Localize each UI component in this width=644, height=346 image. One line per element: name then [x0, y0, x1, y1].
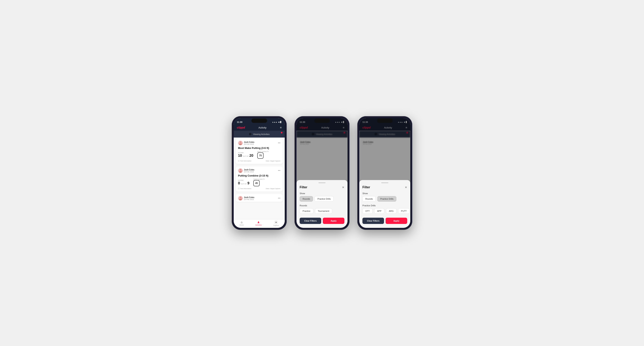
phones-container: 11:33 ▲▲▲ ◀ ▊ clippd Activity ≡ ⚙ Viewin…: [232, 116, 412, 230]
filter-title-2: Filter: [300, 185, 307, 189]
tab-capture-label: Capture: [273, 224, 279, 226]
user-name-2: Josh Coles: [244, 169, 254, 171]
show-label-3: Show: [362, 192, 407, 194]
card-user-3: Josh Coles 28 Feb 2023: [238, 196, 254, 201]
activities-icon: ♟: [257, 221, 260, 224]
settings-icon-1: ⚙: [249, 132, 252, 136]
menu-icon-1[interactable]: ≡: [280, 126, 282, 129]
clear-filters-btn-2[interactable]: Clear Filters: [300, 218, 321, 224]
user-date-1: 28 Feb 2023: [244, 143, 254, 145]
filter-title-3: Filter: [362, 185, 370, 189]
filter-actions-2: Clear Filters Apply: [300, 218, 344, 224]
avatar-2: [238, 168, 243, 173]
card-stats-2: Score 0 OUT OF 9 Shot Quality 45: [238, 178, 280, 186]
svg-point-1: [239, 144, 242, 145]
drills-label-3: Practice Drills: [362, 204, 407, 207]
sq-badge-2: 45: [253, 180, 260, 186]
tab-activities-label: Activities: [256, 224, 262, 226]
score-value-1: 10: [238, 154, 242, 158]
filter-handle-2: [318, 182, 326, 183]
show-label-2: Show: [300, 192, 344, 194]
svg-point-0: [240, 142, 241, 143]
sq-value-1: 75: [259, 154, 262, 157]
tab-bar-1: ⌂ Home ♟ Activities + Capture: [234, 219, 285, 228]
test-info-1: ⓘ Test Information: [238, 160, 251, 162]
tab-activities[interactable]: ♟ Activities: [256, 221, 262, 226]
arg-btn[interactable]: ARG: [386, 208, 396, 214]
card-title-1: Must Make Putting (3-6 ft): [238, 147, 280, 150]
card-title-2: Putting Combine (3-15 ft): [238, 174, 280, 177]
practice-round-btn[interactable]: Practice: [300, 208, 313, 214]
more-btn-1[interactable]: •••: [278, 142, 280, 144]
user-date-3: 28 Feb 2023: [244, 198, 254, 200]
practice-drills-btn-2[interactable]: Practice Drills: [314, 196, 334, 202]
practice-drills-btn-3[interactable]: Practice Drills: [377, 196, 396, 202]
viewing-bar-text-1: Viewing Activities: [253, 133, 270, 135]
capture-icon: +: [274, 221, 278, 224]
rounds-btn-2[interactable]: Rounds: [300, 196, 313, 202]
user-name-3: Josh Coles: [244, 196, 254, 198]
viewing-bar-1[interactable]: ⚙ Viewing Activities: [234, 131, 285, 138]
test-info-2: ⓘ Test Information: [238, 187, 251, 190]
shot-count-2: 9: [248, 181, 250, 185]
activity-card-3: Josh Coles 28 Feb 2023 •••: [236, 194, 283, 202]
avatar-3: [238, 196, 243, 201]
avatar-1: [238, 141, 243, 145]
show-buttons-2: Rounds Practice Drills: [300, 196, 344, 202]
filter-header-2: Filter ✕: [300, 185, 344, 189]
nav-title-1: Activity: [258, 126, 266, 129]
filter-overlay-2: Filter ✕ Show Rounds Practice Drills Rou…: [296, 118, 348, 228]
home-icon: ⌂: [241, 221, 242, 224]
dynamic-island-3: [377, 119, 393, 123]
sq-label-2: Shot Quality: [253, 178, 265, 180]
more-btn-3[interactable]: •••: [278, 197, 280, 200]
battery-icon: ▊: [280, 121, 282, 123]
content-1: Josh Coles 28 Feb 2023 ••• Must Make Put…: [234, 138, 285, 219]
filter-sheet-3: Filter ✕ Show Rounds Practice Drills Pra…: [359, 180, 410, 228]
sq-value-2: 45: [255, 182, 258, 184]
more-btn-2[interactable]: •••: [278, 169, 280, 172]
score-label-2: Score: [238, 179, 250, 181]
rounds-label-2: Rounds: [300, 204, 344, 207]
activity-card-1: Josh Coles 28 Feb 2023 ••• Must Make Put…: [236, 139, 283, 164]
shot-count-1: 20: [250, 154, 253, 158]
app-btn[interactable]: APP: [374, 208, 384, 214]
data-source-1: Data: Clippd Capture: [266, 160, 280, 162]
card-stats-1: Score 10 OUT OF 20 Shot Quality 75: [238, 151, 280, 159]
drill-buttons-3: OTT APP ARG PUTT: [362, 208, 407, 214]
putt-btn[interactable]: PUTT: [398, 208, 410, 214]
phone-2: 11:33 ▲▲▲ ◀ ▊ clippd Activity ≡ ⚙ Viewin…: [294, 116, 350, 230]
tab-home[interactable]: ⌂ Home: [240, 221, 244, 226]
clear-filters-btn-3[interactable]: Clear Filters: [362, 218, 384, 224]
svg-point-2: [240, 169, 241, 171]
ott-btn[interactable]: OTT: [362, 208, 373, 214]
sq-label-1: Shot Quality: [257, 151, 269, 153]
filter-sheet-2: Filter ✕ Show Rounds Practice Drills Rou…: [296, 180, 348, 228]
activity-card-2: Josh Coles 28 Feb 2023 ••• Putting Combi…: [236, 166, 283, 192]
apply-btn-3[interactable]: Apply: [386, 218, 407, 224]
signal-icon: ▲▲▲: [272, 121, 277, 123]
wifi-icon: ◀: [278, 121, 280, 123]
dynamic-island-2: [314, 119, 330, 123]
data-source-2: Data: Clippd Capture: [266, 188, 280, 189]
phone-3: 11:33 ▲▲▲ ◀ ▊ clippd Activity ≡ ⚙ Viewin…: [357, 116, 412, 230]
tournament-btn[interactable]: Tournament: [315, 208, 332, 214]
filter-header-3: Filter ✕: [362, 185, 407, 189]
out-of-1: OUT OF: [243, 155, 248, 157]
svg-point-4: [240, 197, 241, 198]
out-of-2: OUT OF: [241, 183, 247, 185]
filter-close-3[interactable]: ✕: [405, 186, 407, 189]
dynamic-island: [251, 119, 267, 123]
user-date-2: 28 Feb 2023: [244, 171, 254, 173]
card-user-2: Josh Coles 28 Feb 2023: [238, 168, 254, 173]
filter-close-2[interactable]: ✕: [342, 186, 344, 189]
rounds-btn-3[interactable]: Rounds: [362, 196, 376, 202]
filter-overlay-3: Filter ✕ Show Rounds Practice Drills Pra…: [359, 118, 410, 228]
svg-point-5: [239, 199, 242, 200]
tab-capture[interactable]: + Capture: [273, 221, 279, 226]
filter-handle-3: [381, 182, 388, 183]
apply-btn-2[interactable]: Apply: [323, 218, 344, 224]
status-time-1: 11:33: [237, 121, 242, 123]
status-icons-1: ▲▲▲ ◀ ▊: [272, 121, 282, 123]
sq-badge-1: 75: [257, 153, 264, 159]
